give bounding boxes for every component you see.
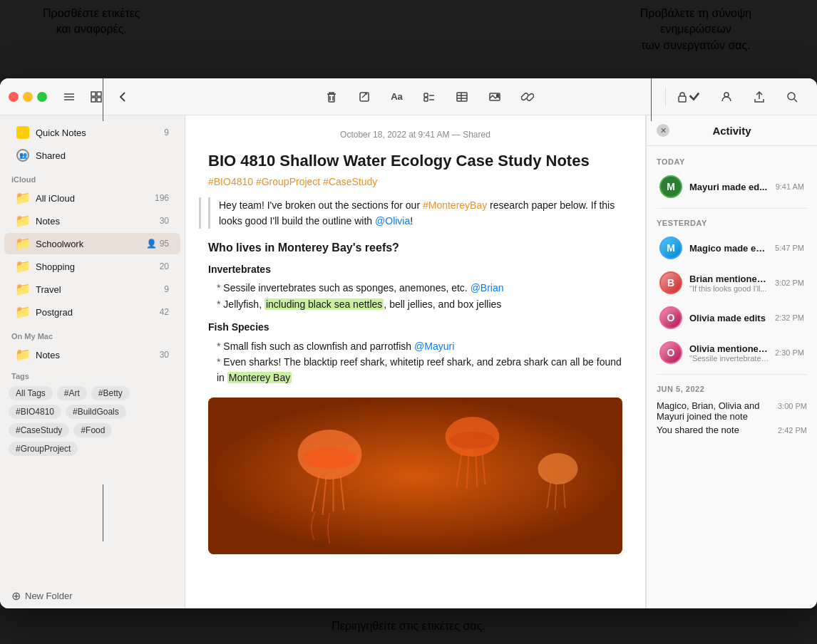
all-icloud-count: 196 (155, 193, 169, 203)
sidebar-item-quick-notes[interactable]: ⚡ Quick Notes 9 (4, 122, 180, 143)
quick-notes-label: Quick Notes (36, 128, 164, 138)
activity-shared: You shared the note 2:42 PM (657, 425, 807, 435)
svg-point-28 (303, 447, 357, 469)
note-image (208, 398, 622, 554)
compose-button[interactable] (354, 88, 375, 106)
svg-rect-4 (97, 92, 101, 96)
notes-icloud-count: 30 (160, 216, 169, 226)
sidebar-item-notes-icloud[interactable]: 📁 Notes 30 (4, 210, 180, 232)
tags-label: Tags (9, 372, 176, 380)
svg-point-24 (788, 93, 795, 100)
subsection-invertebrates: Invertebrates (208, 261, 622, 277)
fish-list: Small fish such as clownfish and parrotf… (208, 338, 622, 386)
hashtag-montereybay: #MontereyBay (423, 199, 487, 211)
mayuri-time: 9:41 AM (776, 182, 804, 191)
activity-item-magico[interactable]: M Magico made edits 5:47 PM (649, 231, 814, 265)
divider-1 (657, 208, 807, 209)
notes-mac-label: Notes (36, 350, 160, 360)
media-button[interactable] (484, 88, 505, 106)
collaborate-button[interactable] (716, 88, 737, 106)
new-folder-button[interactable]: ⊕ New Folder (0, 583, 185, 608)
tag-food[interactable]: #Food (73, 423, 112, 437)
olivia-mention-action: Olivia mentioned... (689, 343, 771, 354)
tag-groupproject[interactable]: #GroupProject (9, 442, 78, 456)
activity-close-button[interactable]: ✕ (657, 124, 669, 137)
travel-label: Travel (36, 284, 164, 295)
shared-time: 2:42 PM (778, 426, 807, 435)
toolbar-right (672, 88, 803, 106)
search-button[interactable] (781, 88, 803, 106)
shared-icon: 👥 (16, 148, 30, 162)
activity-body: TODAY M Mayuri made ed... 9:41 AM YESTER… (647, 146, 817, 608)
link-button[interactable] (517, 88, 538, 106)
activity-item-olivia-mention[interactable]: O Olivia mentioned... "Sessile invertebr… (649, 336, 814, 370)
sidebar-item-shopping[interactable]: 📁 Shopping 20 (4, 256, 180, 277)
activity-item-olivia-edits[interactable]: O Olivia made edits 2:32 PM (649, 301, 814, 335)
avatar-magico: M (659, 237, 682, 259)
tag-betty[interactable]: #Betty (91, 386, 130, 400)
activity-header: ✕ Activity (647, 115, 817, 146)
activity-item-mayuri[interactable]: M Mayuri made ed... 9:41 AM (649, 170, 814, 204)
activity-info-magico: Magico made edits (689, 243, 771, 254)
bullet-clownfish: Small fish such as clownfish and parrotf… (217, 338, 622, 354)
format-button[interactable]: Aa (386, 88, 407, 105)
maximize-button[interactable] (37, 92, 47, 102)
checklist-button[interactable] (418, 88, 440, 106)
activity-panel: ✕ Activity TODAY M Mayuri made ed... 9:4… (646, 115, 817, 608)
list-view-button[interactable] (58, 88, 80, 106)
toolbar: Aa (0, 78, 817, 115)
joined-time: 3:00 PM (778, 402, 807, 410)
travel-count: 9 (164, 284, 169, 294)
notes-mac-count: 30 (160, 350, 169, 360)
svg-rect-14 (424, 98, 428, 101)
avatar-mayuri: M (659, 175, 682, 198)
shopping-label: Shopping (36, 261, 160, 272)
tag-all-tags[interactable]: All Tags (9, 386, 53, 400)
share-button[interactable] (749, 88, 770, 106)
tag-art[interactable]: #Art (57, 386, 87, 400)
notes-icloud-label: Notes (36, 216, 160, 227)
delete-button[interactable] (321, 88, 342, 106)
quick-notes-icon: ⚡ (16, 125, 30, 140)
folder-icon-shopping: 📁 (16, 259, 30, 274)
olivia-mention-time: 2:30 PM (775, 348, 804, 357)
mention-brian: @Brian (471, 282, 504, 294)
close-button[interactable] (9, 92, 19, 102)
tag-casestudy[interactable]: #CaseStudy (9, 423, 69, 437)
activity-info-mayuri: Mayuri made ed... (689, 182, 771, 192)
tag-buildgoals[interactable]: #BuildGoals (66, 405, 126, 419)
grid-view-button[interactable] (86, 88, 107, 106)
lock-button[interactable] (672, 88, 704, 106)
sidebar-item-all-icloud[interactable]: 📁 All iCloud 196 (4, 187, 180, 209)
tag-bio4810[interactable]: #BIO4810 (9, 405, 61, 419)
olivia-edits-action: Olivia made edits (689, 313, 771, 323)
quick-notes-count: 9 (164, 128, 169, 137)
minimize-button[interactable] (23, 92, 33, 102)
on-my-mac-label: On My Mac (0, 323, 185, 343)
sidebar-item-travel[interactable]: 📁 Travel 9 (4, 279, 180, 300)
folder-icon: 📁 (16, 191, 30, 205)
sidebar-item-postgrad[interactable]: 📁 Postgrad 42 (4, 301, 180, 323)
sidebar: ⚡ Quick Notes 9 👥 Shared iCloud 📁 All iC… (0, 115, 185, 608)
bullet-jellyfish: Jellyfish, including black sea nettles, … (217, 296, 622, 312)
activity-info-olivia-mention: Olivia mentioned... "Sessile invertebrat… (689, 343, 771, 363)
table-button[interactable] (451, 88, 473, 106)
back-button[interactable] (113, 88, 134, 106)
toolbar-left (9, 88, 194, 106)
sidebar-item-shared[interactable]: 👥 Shared (4, 145, 180, 166)
svg-rect-16 (457, 93, 467, 101)
toolbar-center: Aa (194, 88, 665, 106)
schoolwork-share-icon: 👤 (146, 239, 157, 249)
activity-item-brian[interactable]: B Brian mentioned L... "If this looks go… (649, 266, 814, 300)
schoolwork-count: 95 (160, 239, 169, 249)
note-date: October 18, 2022 at 9:41 AM — Shared (208, 130, 622, 140)
shared-text: You shared the note (657, 425, 739, 435)
sidebar-item-schoolwork[interactable]: 📁 Schoolwork 👤 95 (4, 233, 180, 254)
activity-info-brian: Brian mentioned L... "If this looks good… (689, 274, 771, 293)
sidebar-item-notes-mac[interactable]: 📁 Notes 30 (4, 344, 180, 365)
tags-section: Tags All Tags #Art #Betty #BIO4810 #Buil… (0, 366, 185, 462)
joined-text: Magico, Brian, Olivia and Mayuri joined … (657, 400, 774, 422)
highlight-black-sea-nettles: including black sea nettles (264, 298, 384, 310)
all-icloud-label: All iCloud (36, 193, 155, 204)
svg-rect-3 (91, 92, 96, 96)
